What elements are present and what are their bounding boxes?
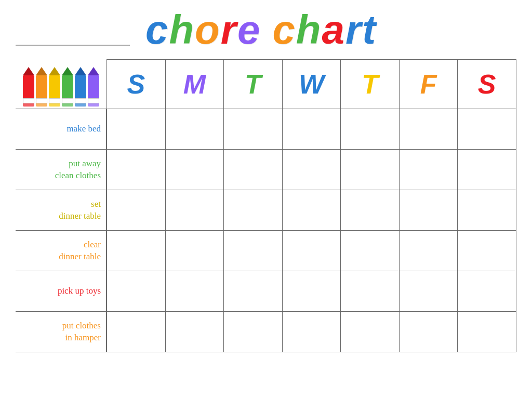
chore-label: put clothesin hamper [16,320,101,344]
check-cell[interactable] [107,109,166,150]
check-cell[interactable] [458,109,516,150]
check-cell[interactable] [282,190,341,231]
check-cell[interactable] [341,231,400,271]
check-cell[interactable] [107,312,166,352]
check-cell[interactable] [224,231,283,271]
check-cell[interactable] [165,150,224,190]
check-cell[interactable] [399,231,458,271]
check-cell[interactable] [399,150,458,190]
check-cell[interactable] [224,190,283,231]
left-column: make bedput awayclean clothessetdinner t… [16,59,107,352]
check-cell[interactable] [107,190,166,231]
header: chorechart [16,9,516,50]
day-header: T [224,60,283,109]
days-header-row: SMTWTFS [107,60,516,109]
chore-grid: SMTWTFS [107,59,516,352]
check-cell[interactable] [282,109,341,150]
chore-label: make bed [16,123,101,135]
chore-row [107,109,516,150]
check-cell[interactable] [458,231,516,271]
crayon [36,67,47,107]
check-cell[interactable] [224,150,283,190]
crayon [88,67,99,107]
chore-row [107,150,516,190]
check-cell[interactable] [458,312,516,352]
check-cell[interactable] [165,109,224,150]
check-cell[interactable] [107,271,166,312]
check-cell[interactable] [399,190,458,231]
crayon [23,67,34,107]
check-cell[interactable] [165,190,224,231]
check-cell[interactable] [224,271,283,312]
day-header: W [282,60,341,109]
chore-label-row: make bed [16,109,107,150]
check-cell[interactable] [165,271,224,312]
chore-row [107,271,516,312]
check-cell[interactable] [341,271,400,312]
check-cell[interactable] [107,150,166,190]
check-cell[interactable] [341,150,400,190]
day-header: M [165,60,224,109]
chore-label-row: cleardinner table [16,231,107,271]
check-cell[interactable] [458,271,516,312]
chore-label-row: pick up toys [16,271,107,312]
crayon [62,67,73,107]
check-cell[interactable] [224,109,283,150]
check-cell[interactable] [282,150,341,190]
check-cell[interactable] [282,231,341,271]
day-header: F [399,60,458,109]
crayon [49,67,60,107]
day-header: S [107,60,166,109]
chore-label: setdinner table [16,198,101,222]
check-cell[interactable] [282,312,341,352]
chore-label: put awayclean clothes [16,158,101,182]
check-cell[interactable] [341,190,400,231]
check-cell[interactable] [165,231,224,271]
chore-label: pick up toys [16,285,101,297]
page-title: chorechart [145,9,377,50]
check-cell[interactable] [282,271,341,312]
day-header: S [458,60,516,109]
check-cell[interactable] [399,312,458,352]
check-cell[interactable] [399,271,458,312]
chore-label-row: put clothesin hamper [16,312,107,352]
chore-labels-table: make bedput awayclean clothessetdinner t… [16,109,107,352]
crayons-decoration [16,59,107,109]
chore-row [107,231,516,271]
check-cell[interactable] [399,109,458,150]
check-cell[interactable] [341,109,400,150]
chart-container: make bedput awayclean clothessetdinner t… [16,59,516,352]
check-cell[interactable] [165,312,224,352]
check-cell[interactable] [224,312,283,352]
chore-row [107,190,516,231]
crayon [75,67,86,107]
chore-label-row: put awayclean clothes [16,150,107,190]
chore-label: cleardinner table [16,239,101,263]
day-header: T [341,60,400,109]
check-cell[interactable] [107,231,166,271]
check-cell[interactable] [458,190,516,231]
check-cell[interactable] [341,312,400,352]
check-cell[interactable] [458,150,516,190]
chore-label-row: setdinner table [16,190,107,231]
page: chorechart [0,0,532,411]
grid-column: SMTWTFS [107,59,516,352]
chore-row [107,312,516,352]
name-line [16,26,130,46]
